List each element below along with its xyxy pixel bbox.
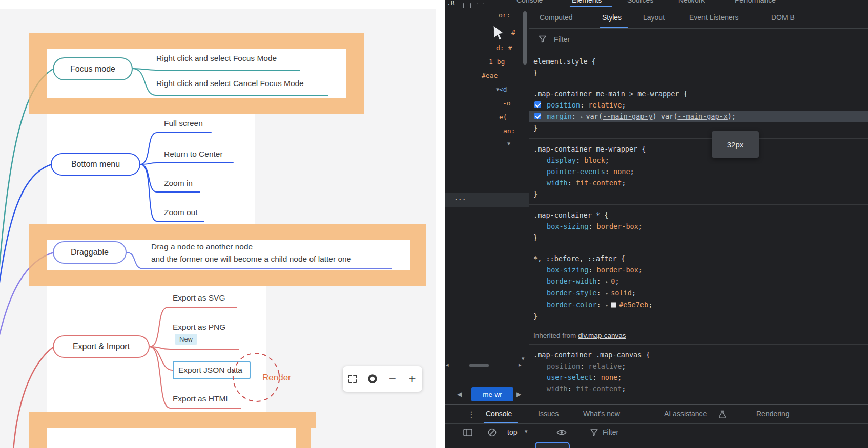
tab-layout[interactable]: Layout bbox=[643, 13, 665, 22]
css-var-link[interactable]: --main-gap-y bbox=[603, 112, 653, 120]
rule-selector[interactable]: .map-container * bbox=[533, 211, 600, 219]
topic-export-json-selected[interactable]: Export JSON data bbox=[173, 361, 251, 379]
dom-tree-more[interactable]: ... bbox=[454, 194, 466, 201]
dom-tree-text[interactable]: -o bbox=[503, 99, 511, 107]
expand-arrow-icon[interactable]: ▸ bbox=[606, 303, 608, 308]
css-property-name[interactable]: border-color bbox=[547, 301, 597, 309]
kebab-menu-icon[interactable]: ⋮ bbox=[467, 410, 476, 419]
dom-tree-text[interactable]: an: bbox=[503, 127, 515, 135]
tab-styles[interactable]: Styles bbox=[602, 13, 622, 22]
css-property-value[interactable]: solid bbox=[611, 289, 632, 297]
node-focus-mode[interactable]: Focus mode bbox=[53, 57, 133, 80]
rule-selector[interactable]: .map-container me-wrapper bbox=[533, 145, 637, 153]
rule-selector[interactable]: .map-container .map-canvas bbox=[533, 351, 642, 359]
sidebar-toggle-icon[interactable] bbox=[463, 429, 472, 436]
node-draggable[interactable]: Draggable bbox=[53, 241, 127, 264]
css-property-value[interactable]: block bbox=[584, 156, 605, 164]
topic-export-child[interactable]: Export as SVG bbox=[173, 293, 225, 303]
css-var-link[interactable]: --main-gap-x bbox=[677, 112, 728, 120]
fullscreen-button[interactable] bbox=[344, 370, 361, 388]
property-checkbox[interactable] bbox=[534, 113, 541, 119]
css-property-name[interactable]: width bbox=[547, 179, 568, 187]
tab-network[interactable]: Network bbox=[678, 0, 705, 7]
dom-tree-text[interactable]: #eae bbox=[482, 72, 498, 79]
topic-bottom-child[interactable]: Full screen bbox=[164, 118, 203, 128]
node-bottom-menu[interactable]: Bottom menu bbox=[51, 153, 140, 176]
css-property-name[interactable]: border-width bbox=[547, 277, 597, 285]
tab-computed[interactable]: Computed bbox=[540, 13, 573, 22]
css-property-name[interactable]: user-select bbox=[547, 373, 592, 381]
non-inherited-declaration[interactable]: position: relative; bbox=[533, 360, 864, 372]
color-swatch[interactable] bbox=[611, 302, 616, 308]
chevron-down-icon[interactable]: ▾ bbox=[525, 428, 528, 435]
scroll-left-icon[interactable]: ◂ bbox=[446, 361, 449, 368]
node-export-import[interactable]: Export & Import bbox=[53, 335, 150, 358]
property-checkbox[interactable] bbox=[534, 101, 541, 108]
expand-arrow-icon[interactable]: ▸ bbox=[581, 114, 583, 119]
rule-universal[interactable]: *, ::before, ::after { box-sizing: borde… bbox=[529, 248, 868, 327]
eye-icon[interactable] bbox=[556, 429, 567, 436]
rule-selector[interactable]: .map-container me-main > me-wrapper bbox=[533, 90, 679, 98]
inspect-icon[interactable] bbox=[463, 3, 471, 8]
rule-selector[interactable]: *, ::before, ::after bbox=[533, 254, 617, 263]
breadcrumb-selected-node[interactable]: me-wr bbox=[471, 387, 513, 401]
css-property-name[interactable]: border-style bbox=[547, 289, 597, 297]
crumb-scroll-right-icon[interactable]: ▶ bbox=[516, 391, 521, 398]
css-property-value[interactable]: fit-content bbox=[576, 179, 622, 187]
drawer-tab-issues[interactable]: Issues bbox=[538, 410, 559, 418]
non-inherited-declaration[interactable]: width: fit-content; bbox=[533, 383, 864, 394]
zoom-in-button[interactable]: + bbox=[404, 370, 421, 388]
rule-map-canvas[interactable]: .map-container .map-canvas { position: r… bbox=[529, 345, 868, 399]
drawer-tab-rendering[interactable]: Rendering bbox=[756, 410, 790, 418]
tab-dom-breakpoints[interactable]: DOM B bbox=[771, 13, 795, 22]
css-property-name[interactable]: position bbox=[547, 101, 580, 109]
css-property-value[interactable]: border-box bbox=[597, 222, 638, 230]
scroll-down-icon[interactable]: ▾ bbox=[522, 355, 525, 362]
expand-arrow-icon[interactable]: ▼ bbox=[507, 141, 510, 146]
drawer-tab-console[interactable]: Console bbox=[486, 410, 512, 418]
context-selector[interactable]: top bbox=[507, 428, 517, 436]
topic-drag-child[interactable]: and the former one will become a child n… bbox=[151, 254, 351, 264]
console-filter-input[interactable]: Filter bbox=[603, 428, 618, 436]
dom-tag-text[interactable]: <d bbox=[499, 86, 507, 93]
dom-tree-text[interactable]: e( bbox=[499, 113, 507, 121]
overridden-declaration[interactable]: box-sizing: border-box; bbox=[533, 264, 864, 275]
dom-tree-text[interactable]: or: bbox=[499, 11, 510, 19]
rule-me-wrapper-main[interactable]: .map-container me-main > me-wrapper { po… bbox=[529, 83, 868, 139]
topic-bottom-child[interactable]: Zoom in bbox=[164, 178, 193, 188]
tab-sources[interactable]: Sources bbox=[627, 0, 653, 7]
tab-performance[interactable]: Performance bbox=[735, 0, 776, 7]
margin-declaration-highlighted[interactable]: margin: ▸var(--main-gap-y) var(--main-ga… bbox=[529, 111, 868, 122]
dom-tree-text[interactable]: # bbox=[511, 29, 515, 36]
css-property-name[interactable]: box-sizing bbox=[547, 222, 588, 230]
topic-export-child[interactable]: Export as PNG bbox=[173, 322, 225, 332]
expand-arrow-icon[interactable]: ▸ bbox=[606, 279, 608, 284]
dom-tree-node[interactable]: ▼<d bbox=[496, 86, 507, 93]
dom-tree-text[interactable]: 1-bg bbox=[489, 58, 505, 66]
filter-funnel-icon[interactable] bbox=[590, 429, 598, 436]
inherited-node-link[interactable]: div.map-canvas bbox=[578, 332, 626, 339]
focused-input-fragment[interactable] bbox=[535, 442, 570, 448]
rule-selector[interactable]: element.style bbox=[533, 57, 588, 66]
tab-event-listeners[interactable]: Event Listeners bbox=[689, 13, 739, 22]
rule-map-container-all[interactable]: .map-container * { box-sizing: border-bo… bbox=[529, 205, 868, 248]
dom-tree-text[interactable]: d: # bbox=[496, 44, 512, 52]
css-property-value[interactable]: none bbox=[613, 167, 630, 176]
css-property-name[interactable]: display bbox=[547, 156, 576, 164]
topic-export-child[interactable]: Export as HTML bbox=[173, 394, 230, 403]
rule-element-style[interactable]: element.style { } bbox=[529, 51, 868, 83]
vertical-scrollbar-thumb[interactable] bbox=[523, 11, 527, 65]
drawer-tab-ai-assistance[interactable]: AI assistance bbox=[664, 410, 707, 418]
crumb-scroll-left-icon[interactable]: ◀ bbox=[457, 391, 462, 398]
css-property-value[interactable]: relative bbox=[588, 101, 622, 109]
topic-bottom-child[interactable]: Zoom out bbox=[164, 207, 197, 217]
css-property-name[interactable]: pointer-events bbox=[547, 167, 605, 176]
css-property-value[interactable]: none bbox=[601, 373, 618, 381]
horizontal-scrollbar-thumb[interactable] bbox=[469, 364, 489, 367]
center-locate-button[interactable] bbox=[364, 370, 381, 388]
rule-me-wrapper[interactable]: .map-container me-wrapper { display: blo… bbox=[529, 139, 868, 205]
expand-arrow-icon[interactable]: ▸ bbox=[606, 291, 608, 296]
topic-drag-child[interactable]: Drag a node to another node bbox=[151, 242, 253, 251]
css-property-value[interactable]: #e5e7eb bbox=[619, 301, 648, 309]
topic-focus-child[interactable]: Right click and select Focus Mode bbox=[156, 53, 277, 63]
